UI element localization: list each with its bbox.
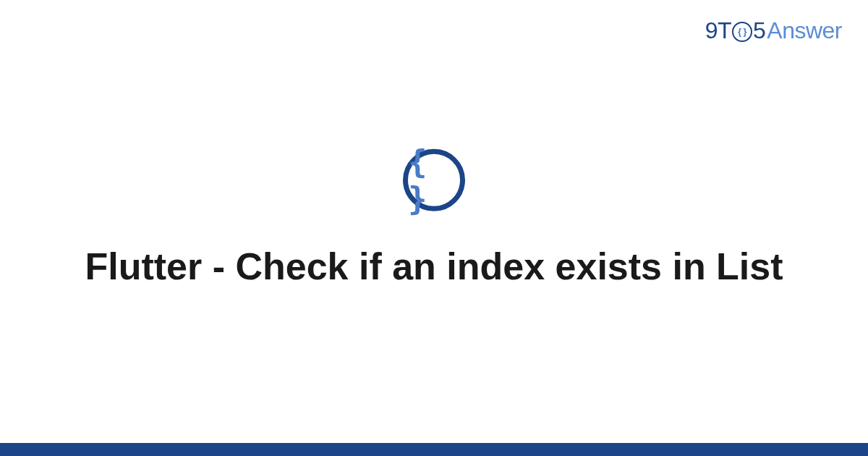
brand-o-icon: { } <box>732 22 752 42</box>
brand-logo: 9T { } 5 Answer <box>705 17 842 44</box>
footer-bar <box>0 443 868 456</box>
page-title: Flutter - Check if an index exists in Li… <box>85 243 783 290</box>
brand-prefix: 9T <box>705 17 731 44</box>
braces-glyph: { } <box>408 143 460 217</box>
main-content: { } Flutter - Check if an index exists i… <box>0 149 868 290</box>
code-braces-icon: { } <box>403 149 465 211</box>
brand-five: 5 <box>753 17 765 44</box>
brand-suffix: Answer <box>767 17 842 44</box>
